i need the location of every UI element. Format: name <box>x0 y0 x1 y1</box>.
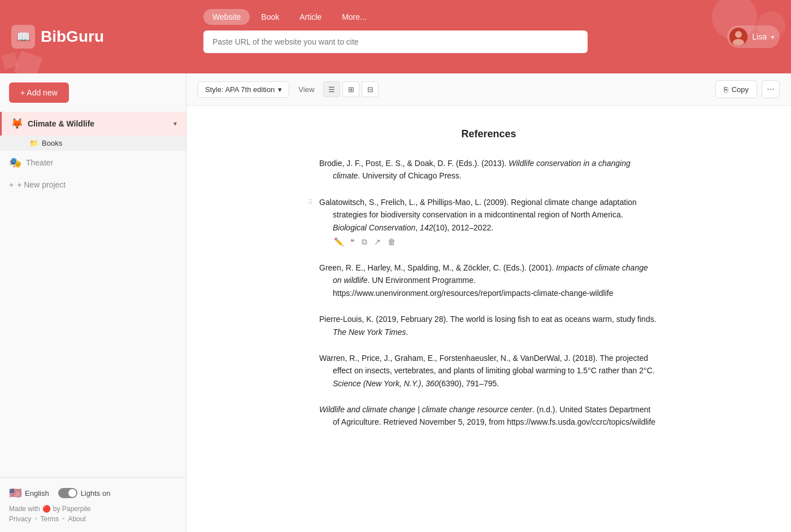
lights-label: Lights on <box>81 489 111 498</box>
style-label: Style: APA 7th edition <box>205 85 275 94</box>
by-paperpile-label: by Paperpile <box>53 505 91 513</box>
references-list: ⠿Brodie, J. F., Post, E. S., & Doak, D. … <box>319 157 658 429</box>
made-with-text: Made with 🔴 by Paperpile <box>9 505 177 513</box>
compact-icon: ⊟ <box>367 85 373 94</box>
lights-toggle-group: Lights on <box>58 488 111 498</box>
reference-text: Warren, R., Price, J., Graham, E., Forst… <box>319 352 658 390</box>
edit-icon[interactable]: ✏️ <box>333 236 345 247</box>
copy-ref-icon[interactable]: ⧉ <box>360 236 368 248</box>
new-project-label: + New project <box>17 180 66 189</box>
grid-icon: ⊞ <box>348 85 354 94</box>
delete-icon[interactable]: 🗑 <box>386 236 397 247</box>
main-layout: + Add new 🦊 Climate & Wildlife ▾ 📁 Books… <box>0 73 791 532</box>
view-compact-button[interactable]: ⊟ <box>362 81 379 97</box>
user-name: Lisa <box>752 32 767 41</box>
table-row[interactable]: ⠿Brodie, J. F., Post, E. S., & Doak, D. … <box>319 157 658 182</box>
copy-label: Copy <box>732 85 749 94</box>
search-input[interactable] <box>203 30 588 53</box>
lights-toggle[interactable] <box>58 488 77 498</box>
view-label: View <box>298 85 314 94</box>
toolbar-right: ⎘ Copy ··· <box>715 80 780 98</box>
copy-button[interactable]: ⎘ Copy <box>715 80 757 98</box>
user-menu[interactable]: Lisa ▾ <box>727 25 780 48</box>
sidebar-top: + Add new <box>0 73 186 112</box>
plus-icon: + <box>9 180 14 189</box>
quote-icon[interactable]: ❝ <box>349 236 356 247</box>
more-options-button[interactable]: ··· <box>762 80 780 98</box>
references-title: References <box>319 128 658 140</box>
logo-icon: 📖 <box>11 25 35 49</box>
project-emoji-1: 🦊 <box>11 117 23 130</box>
table-row[interactable]: ⠿Warren, R., Price, J., Graham, E., Fors… <box>319 352 658 390</box>
made-with-label: Made with <box>9 505 40 513</box>
nav-tabs: Website Book Article More... <box>203 9 376 25</box>
drag-handle-icon[interactable]: ⠿ <box>308 198 313 206</box>
paperpile-icon: 🔴 <box>42 505 51 513</box>
content-area: Style: APA 7th edition ▾ View ☰ ⊞ ⊟ ⎘ Co… <box>186 73 791 532</box>
language-button[interactable]: 🇺🇸 English <box>9 487 49 499</box>
style-selector[interactable]: Style: APA 7th edition ▾ <box>198 81 289 98</box>
project-name-1: Climate & Wildlife <box>28 119 169 128</box>
reference-text: Galatowitsch, S., Frelich, L., & Phillip… <box>319 196 658 234</box>
ellipsis-icon: ··· <box>767 84 774 94</box>
privacy-link[interactable]: Privacy <box>9 515 31 523</box>
avatar <box>729 28 747 46</box>
table-row[interactable]: ⠿Galatowitsch, S., Frelich, L., & Philli… <box>319 196 658 248</box>
subfolder-name-books: Books <box>42 139 62 147</box>
open-link-icon[interactable]: ↗ <box>373 236 382 247</box>
add-new-button[interactable]: + Add new <box>9 82 69 103</box>
chevron-down-icon: ▾ <box>771 34 774 40</box>
new-project-button[interactable]: + + New project <box>0 175 186 195</box>
terms-link[interactable]: Terms <box>41 515 59 523</box>
sidebar-subfolder-books[interactable]: 📁 Books <box>0 136 186 151</box>
footer-links: Privacy • Terms • About <box>9 515 177 523</box>
logo: 📖 BibGuru <box>11 25 104 49</box>
table-row[interactable]: ⠿Pierre-Louis, K. (2019, February 28). T… <box>319 313 658 338</box>
sidebar-item-theater[interactable]: 🎭 Theater <box>0 151 186 175</box>
app-name: BibGuru <box>41 28 104 46</box>
reference-text: Brodie, J. F., Post, E. S., & Doak, D. F… <box>319 157 658 182</box>
sidebar-item-climate-wildlife[interactable]: 🦊 Climate & Wildlife ▾ <box>0 112 186 136</box>
list-icon: ☰ <box>328 85 335 94</box>
sidebar-bottom: 🇺🇸 English Lights on Made with 🔴 by Pape… <box>0 477 186 532</box>
sidebar: + Add new 🦊 Climate & Wildlife ▾ 📁 Books… <box>0 73 186 532</box>
tab-more[interactable]: More... <box>333 9 376 25</box>
copy-icon: ⎘ <box>724 85 728 94</box>
tab-book[interactable]: Book <box>252 9 288 25</box>
project-name-2: Theater <box>26 158 177 167</box>
chevron-down-icon: ▾ <box>278 85 282 94</box>
reference-text: Pierre-Louis, K. (2019, February 28). Th… <box>319 313 658 338</box>
reference-text: Wildlife and climate change | climate ch… <box>319 403 658 429</box>
flag-icon: 🇺🇸 <box>9 487 21 499</box>
svg-point-1 <box>735 31 742 38</box>
header: 📖 BibGuru Website Book Article More... L… <box>0 0 791 73</box>
reference-text: Green, R. E., Harley, M., Spalding, M., … <box>319 261 658 299</box>
about-link[interactable]: About <box>68 515 85 523</box>
references-container: References ⠿Brodie, J. F., Post, E. S., … <box>285 106 692 465</box>
tab-article[interactable]: Article <box>290 9 331 25</box>
tab-website[interactable]: Website <box>203 9 250 25</box>
lang-lights-row: 🇺🇸 English Lights on <box>9 487 177 499</box>
table-row[interactable]: ⠿Green, R. E., Harley, M., Spalding, M.,… <box>319 261 658 299</box>
reference-actions: ✏️❝⧉↗🗑 <box>319 236 658 248</box>
folder-icon: 📁 <box>29 139 38 147</box>
view-list-button[interactable]: ☰ <box>323 81 340 97</box>
chevron-down-icon: ▾ <box>173 120 177 128</box>
view-grid-button[interactable]: ⊞ <box>342 81 359 97</box>
header-top: 📖 BibGuru Website Book Article More... L… <box>11 0 780 25</box>
search-row <box>11 30 780 53</box>
table-row[interactable]: ⠿Wildlife and climate change | climate c… <box>319 403 658 429</box>
toolbar: Style: APA 7th edition ▾ View ☰ ⊞ ⊟ ⎘ Co… <box>186 73 791 106</box>
language-label: English <box>25 489 49 498</box>
svg-point-2 <box>733 39 744 46</box>
view-icons: ☰ ⊞ ⊟ <box>323 81 379 97</box>
project-emoji-2: 🎭 <box>9 156 21 169</box>
